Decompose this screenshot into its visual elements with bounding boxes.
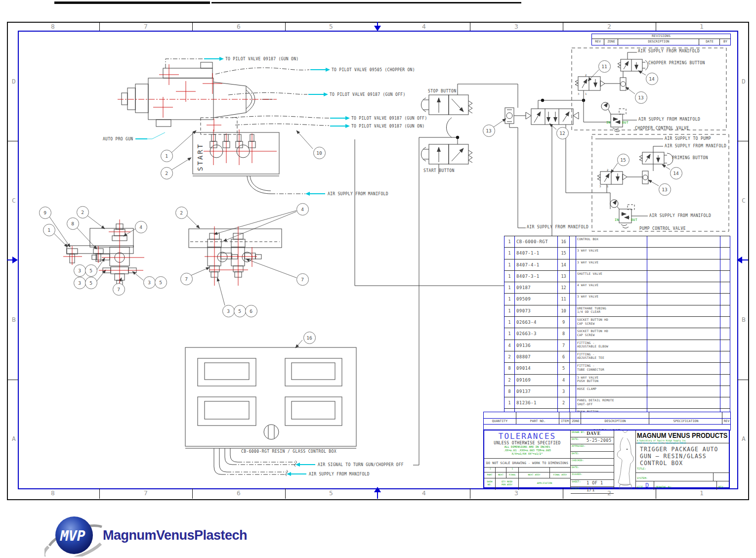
zone-right-B: B: [738, 316, 750, 324]
no-scale-note: DO NOT SCALE DRAWING - WORK TO DIMENSION…: [484, 458, 570, 467]
zone-tick: [656, 22, 656, 31]
size-row: SIZE D DRAWING No: REV:: [636, 481, 730, 489]
balloon-14: 14: [670, 167, 682, 179]
zone-top-3: 3: [510, 23, 522, 31]
zone-top-4: 4: [418, 23, 430, 31]
balloon-2: 2: [77, 206, 89, 218]
balloon-1: 1: [161, 150, 173, 162]
tolerances-line3: .XX=±.01 .XXX=±.003 TIR=±.005: [484, 449, 570, 452]
rev-col-by: BY: [719, 39, 731, 45]
zone-tick: [470, 22, 470, 31]
balloon-7: 7: [113, 283, 125, 296]
schematic-label: START: [198, 143, 203, 171]
zone-bottom-8: 8: [47, 489, 59, 497]
schematic-label: AIR SUPPLY FROM MANIFOLD: [638, 49, 700, 54]
zone-top-5: 5: [325, 23, 337, 31]
parts-empty-cell: [570, 412, 581, 418]
application-table: -1 1 PART NEXT FINAL NEXT ASSY FINAL ASS…: [484, 467, 570, 489]
signoff-row: DATE:: [571, 452, 614, 459]
edge-arrow-left-head: [12, 257, 18, 263]
parts-empty-cell: [722, 412, 731, 418]
parts-row: 8090145FITTING - TUBE CONNECTOR: [504, 363, 730, 374]
balloon-14: 14: [646, 73, 658, 85]
parts-row: 4091367FITTING - ADJUSTABLE ELBOW: [504, 340, 730, 351]
tolerances-box: TOLERANCES UNLESS OTHERWISE SPECIFIED AL…: [484, 430, 570, 458]
callout-label: AIR SUPPLY FROM MANIFOLD: [288, 472, 370, 476]
venus-statue-art: [614, 430, 636, 489]
parts-row: 109187124 WAY VALVE: [504, 282, 730, 294]
balloon-10: 10: [313, 147, 326, 159]
balloon-5: 5: [85, 264, 97, 277]
system-row: SYSTEM:: [636, 472, 730, 481]
balloon-8: 8: [67, 217, 79, 230]
parts-list-empty-row: [483, 412, 731, 419]
parts-row: 1CB-6000-RGT16CONTROL BOX: [504, 236, 730, 248]
tolerances-title: TOLERANCES: [484, 431, 570, 441]
zone-bottom-5: 5: [325, 489, 337, 497]
cyan-arrow-icon: [204, 58, 223, 59]
cyan-arrow-icon: [330, 126, 349, 127]
zone-bottom-6: 6: [233, 489, 245, 497]
title-label: TITLE:: [637, 468, 646, 470]
zone-tick: [192, 488, 193, 499]
drawing-no-label: DRAWING No:: [656, 486, 672, 488]
edge-arrow-right-head: [737, 257, 742, 263]
parts-row: 2088076FITTING - ADJUSTABLE TEE: [504, 351, 730, 363]
parts-row: 181236-12PANEL DETAIL REMOTE SHUT-OFF: [504, 397, 730, 409]
parts-row: 20916943-WAY VALVE PUSH BUTTON: [504, 375, 730, 386]
rev-col-rev: REV: [592, 39, 604, 45]
signoff-row: APPROVED:: [571, 444, 614, 451]
callout-label: AUTO PRO GUN: [103, 136, 147, 141]
zone-bottom-1: 1: [696, 489, 708, 497]
cyan-leader-line: [135, 138, 147, 139]
parts-empty-cell: [484, 412, 516, 418]
parts-row: 10907310URETHANE TUBING 1/4 OD CLEAR: [504, 305, 730, 317]
schematic-label: 2: [585, 73, 587, 78]
balloon-6: 6: [245, 305, 257, 317]
zone-tick: [470, 488, 470, 499]
balloon-13: 13: [659, 183, 671, 196]
cyan-arrow-icon: [306, 193, 325, 194]
top-bar-1: [54, 1, 210, 4]
schematic-label: AIR SUPPLY FROM MANIFOLD: [665, 144, 726, 149]
cyan-arrow-icon: [296, 464, 315, 465]
parts-row: 8091373HOSE CLAMP: [504, 386, 730, 397]
app-final: FINAL: [506, 472, 518, 478]
zone-top-1: 1: [696, 23, 708, 31]
size-label: SIZE: [637, 486, 643, 488]
balloon-3: 3: [143, 276, 156, 289]
zone-tick: [563, 22, 563, 31]
balloon-3: 3: [74, 264, 86, 277]
rev-label: REV:: [718, 486, 724, 488]
no-scale-note-text: DO NOT SCALE DRAWING - WORK TO DIMENSION…: [484, 459, 570, 465]
rev-col-zone: ZONE: [604, 39, 618, 45]
app-final-value: 1: [506, 468, 518, 472]
app-next: NEXT: [495, 472, 506, 478]
balloon-7: 7: [296, 273, 309, 286]
company-box: MAGNUM VENUS PRODUCTS A Subsidiary of Sq…: [636, 430, 730, 443]
balloon-5: 5: [85, 277, 97, 289]
edge-arrow-right: [742, 259, 748, 260]
app-final-assy: FINAL ASSY: [549, 472, 570, 478]
callout-label: AIR SIGNAL TO TURN GUN/CHOPPER OFF: [296, 462, 404, 467]
zone-top-7: 7: [140, 23, 152, 31]
callout-label: TO PILOT VALVE 09187 (GUN ON): [330, 124, 424, 129]
signoff-column: DRAWN BY:DAVEDATE:5-25-2005APPROVED:DATE…: [570, 430, 614, 489]
balloon-16: 16: [303, 332, 316, 344]
zone-tick: [563, 488, 563, 499]
tubing-runs: [166, 59, 329, 474]
statue-box: [614, 430, 636, 489]
zone-tick: [7, 380, 18, 380]
zone-tick: [99, 488, 100, 499]
system-label: SYSTEM:: [637, 477, 648, 479]
callout-label: TO PILOT VALVE 09187 (GUN ON): [204, 56, 298, 61]
callout-label: TO PILOT VALVE 09187 (GUN OFF): [330, 116, 427, 121]
parts-empty-cell: [559, 412, 570, 418]
zone-bottom-4: 4: [418, 489, 430, 497]
cyan-arrow-icon: [310, 69, 329, 70]
revisions-title: REVISIONS: [592, 34, 730, 39]
schematic-label: START BUTTON: [423, 169, 455, 173]
schematic-label: IN: [606, 120, 611, 125]
tolerances-line4: X/X=±1/64 XX°=±1/2°: [484, 452, 570, 456]
parts-row: 18407-3-113SHUTTLE VALVE: [504, 271, 730, 282]
